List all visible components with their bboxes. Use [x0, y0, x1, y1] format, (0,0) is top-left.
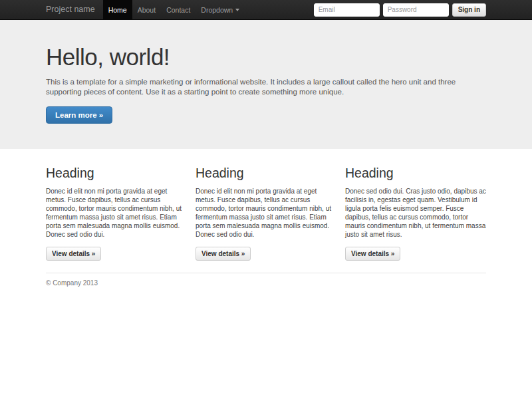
column-text: Donec id elit non mi porta gravida at eg…: [46, 187, 187, 239]
navbar: Project name Home About Contact Dropdown…: [0, 0, 532, 20]
columns-row: Heading Donec id elit non mi porta gravi…: [46, 149, 486, 261]
view-details-button-3[interactable]: View details »: [345, 247, 400, 261]
column-text: Donec id elit non mi porta gravida at eg…: [196, 187, 336, 239]
column-heading: Heading: [345, 166, 486, 181]
learn-more-button[interactable]: Learn more »: [46, 106, 112, 124]
caret-down-icon: [235, 9, 239, 11]
hero-title: Hello, world!: [46, 45, 486, 68]
column-3: Heading Donec sed odio dui. Cras justo o…: [345, 149, 486, 261]
view-details-button-2[interactable]: View details »: [196, 247, 251, 261]
marketing-section: Heading Donec id elit non mi porta gravi…: [46, 149, 486, 287]
column-2: Heading Donec id elit non mi porta gravi…: [196, 149, 336, 261]
column-heading: Heading: [46, 166, 187, 181]
nav-item-dropdown-label: Dropdown: [201, 6, 233, 14]
navbar-nav: Home About Contact Dropdown: [103, 0, 245, 19]
nav-item-dropdown[interactable]: Dropdown: [196, 0, 245, 19]
signin-form: Sign in: [314, 0, 486, 19]
email-field[interactable]: [314, 3, 380, 17]
column-1: Heading Donec id elit non mi porta gravi…: [46, 149, 187, 261]
copyright-text: © Company 2013: [46, 279, 486, 287]
footer: © Company 2013: [46, 279, 486, 287]
hero-description: This is a template for a simple marketin…: [46, 77, 486, 97]
column-text: Donec sed odio dui. Cras justo odio, dap…: [345, 187, 486, 239]
view-details-button-1[interactable]: View details »: [46, 247, 101, 261]
password-field[interactable]: [383, 3, 449, 17]
column-heading: Heading: [196, 166, 336, 181]
nav-item-about[interactable]: About: [132, 0, 161, 19]
jumbotron: Hello, world! This is a template for a s…: [0, 20, 532, 149]
nav-item-home[interactable]: Home: [103, 0, 132, 19]
footer-divider: [46, 273, 486, 273]
nav-item-contact[interactable]: Contact: [161, 0, 196, 19]
brand-link[interactable]: Project name: [46, 0, 95, 19]
sign-in-button[interactable]: Sign in: [452, 3, 486, 17]
